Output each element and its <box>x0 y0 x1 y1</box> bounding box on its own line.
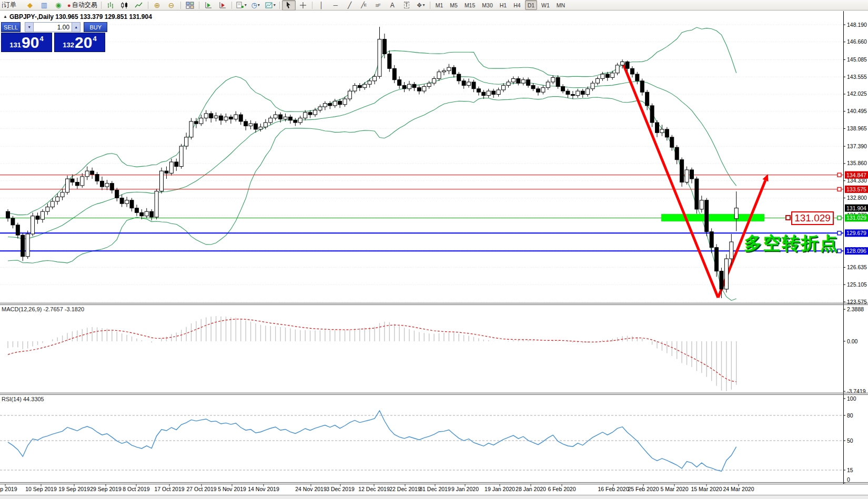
window-bottom-strip <box>0 495 868 499</box>
zoom-in-icon[interactable]: ⊕ <box>150 0 164 11</box>
svg-text:0: 0 <box>847 476 850 483</box>
templates-button[interactable]: ▾ <box>263 0 277 11</box>
timeframe-button-m1[interactable]: M1 <box>433 0 446 10</box>
date-label: 16 Feb 2020 <box>598 486 629 492</box>
callout-anchor-handle[interactable] <box>785 215 791 220</box>
toolbar-separator <box>231 2 232 9</box>
new-chart-button[interactable]: ▾ <box>234 0 248 11</box>
price-badge-134.847: 134.847 <box>846 172 866 178</box>
timeframe-button-d1[interactable]: D1 <box>525 0 537 10</box>
auto-scroll-icon[interactable] <box>201 0 215 11</box>
timeframe-button-m15[interactable]: M15 <box>462 0 478 10</box>
signal-center-icon[interactable]: ◉ <box>52 0 65 11</box>
macd-indicator-label: MACD(12,26,9) -2.7657 -3.1820 <box>2 306 84 312</box>
cursor-tool[interactable] <box>282 0 296 11</box>
date-label: 24 Nov 2019 <box>295 486 327 492</box>
svg-text:137.390: 137.390 <box>847 143 867 149</box>
toolbar-separator <box>180 2 181 9</box>
profiles-button-dropdown-caret[interactable]: ▾ <box>258 3 260 7</box>
profiles-button[interactable]: ◷▾ <box>249 0 263 11</box>
svg-text:140.495: 140.495 <box>847 108 867 114</box>
timeframe-button-m5[interactable]: M5 <box>447 0 460 10</box>
vertical-line-tool[interactable]: │ <box>315 0 328 11</box>
buy-price-big: 20 <box>75 35 92 50</box>
toolbar-separator <box>430 2 430 9</box>
sell-price-sup: 4 <box>39 35 43 43</box>
sell-button[interactable]: SELL <box>1 22 21 32</box>
timeframe-button-h4[interactable]: H4 <box>511 0 523 10</box>
arrows-tool-dropdown-caret[interactable]: ▾ <box>423 3 425 7</box>
tile-windows-icon[interactable] <box>183 0 197 11</box>
buy-button[interactable]: BUY <box>84 22 107 32</box>
svg-text:0.00: 0.00 <box>847 338 858 344</box>
svg-text:132.800: 132.800 <box>847 195 867 201</box>
date-label: 19 Sep 2019 <box>58 486 90 492</box>
date-label: 8 Oct 2019 <box>123 486 150 492</box>
toolbar: 新订单◆▥◉●自动交易⊕⊖▾◷▾▾│─╱╱E≡FAT❖▾M1M5M15M30H1… <box>0 0 868 11</box>
candlestick-chart-icon[interactable] <box>118 0 132 11</box>
text-label-tool[interactable]: T <box>400 0 413 11</box>
horizontal-line-tool[interactable]: ─ <box>329 0 342 11</box>
sell-price-big: 90 <box>22 35 39 50</box>
symbol-ohlc-text: GBPJPY-,Daily 130.965 133.379 129.851 13… <box>9 13 152 21</box>
date-label: 5 Nov 2019 <box>218 486 246 492</box>
timeframe-button-mn[interactable]: MN <box>554 0 568 10</box>
horizontal-level-lines <box>0 173 843 253</box>
templates-button-dropdown-caret[interactable]: ▾ <box>274 3 276 7</box>
volume-input[interactable] <box>34 22 72 32</box>
trendline-tool[interactable]: ╱ <box>343 0 357 11</box>
zoom-out-icon[interactable]: ⊖ <box>165 0 178 11</box>
price-callout-box[interactable]: 131.029 <box>791 211 834 225</box>
price-badge-131.904: 131.904 <box>846 205 866 211</box>
timeframe-button-h1[interactable]: H1 <box>497 0 509 10</box>
svg-text:2.3888: 2.3888 <box>847 306 864 312</box>
buy-price-button[interactable]: 132 20 4 <box>54 33 105 52</box>
date-label: 19 Jan 2020 <box>485 486 515 492</box>
date-label: 14 Nov 2019 <box>248 486 279 492</box>
rsi-indicator-label: RSI(14) 44.3305 <box>2 396 44 402</box>
volume-decrease-button[interactable]: ▼ <box>25 22 34 32</box>
crosshair-tool[interactable] <box>296 0 310 11</box>
trend-arrow-line <box>623 63 718 298</box>
buy-price-sup: 4 <box>93 35 96 43</box>
toolbar-separator <box>101 2 102 9</box>
text-tool[interactable]: A <box>386 0 399 11</box>
new-chart-button-dropdown-caret[interactable]: ▾ <box>245 3 247 7</box>
svg-text:145.085: 145.085 <box>847 56 867 63</box>
svg-text:15: 15 <box>847 467 853 473</box>
date-label: 3 Dec 2019 <box>326 486 355 492</box>
rsi-pane: 1008050150 <box>0 395 856 483</box>
one-click-trading-panel: SELL ▼ ▲ BUY 131 90 4 132 20 4 <box>1 22 107 52</box>
one-click-collapse-arrow-icon[interactable]: ▲ <box>3 14 7 19</box>
fibonacci-tool[interactable]: ≡F <box>371 0 385 11</box>
date-axis: Sep 201910 Sep 201919 Sep 201929 Sep 201… <box>0 484 754 492</box>
data-window-icon[interactable]: ▥ <box>37 0 51 11</box>
volume-increase-button[interactable]: ▲ <box>72 22 80 32</box>
sell-price-button[interactable]: 131 90 4 <box>1 33 52 52</box>
date-label: 28 Jan 2020 <box>516 486 546 492</box>
market-watch-icon[interactable]: ◆ <box>23 0 37 11</box>
new-order-button[interactable]: 新订单 <box>1 0 23 11</box>
svg-text:146.660: 146.660 <box>847 38 867 45</box>
chart-shift-icon[interactable] <box>216 0 229 11</box>
timeframe-button-w1[interactable]: W1 <box>539 0 552 10</box>
macd-value-signal: -3.1820 <box>65 306 84 312</box>
bar-chart-icon[interactable] <box>104 0 117 11</box>
arrows-tool[interactable]: ❖▾ <box>414 0 428 11</box>
date-label: 12 Dec 2019 <box>358 486 390 492</box>
channel-tool[interactable]: ╱E <box>357 0 371 11</box>
toolbar-separator <box>199 2 199 9</box>
svg-text:125.105: 125.105 <box>847 281 867 288</box>
svg-text:148.190: 148.190 <box>847 22 867 28</box>
annotation-text-reversal-point[interactable]: 多空转折点 <box>744 231 839 256</box>
svg-text:50: 50 <box>847 437 853 444</box>
sell-price-small: 131 <box>9 41 21 49</box>
timeframe-button-m30[interactable]: M30 <box>479 0 495 10</box>
date-label: 27 Oct 2019 <box>186 486 216 492</box>
pane-splitters <box>0 303 868 484</box>
macd-pane: 2.38880.00-3.7419 <box>8 306 866 394</box>
line-chart-icon[interactable] <box>132 0 146 11</box>
date-label: 10 Sep 2019 <box>25 486 57 492</box>
autotrading-button[interactable]: ●自动交易 <box>66 0 99 11</box>
price-badge-129.679: 129.679 <box>846 230 866 236</box>
